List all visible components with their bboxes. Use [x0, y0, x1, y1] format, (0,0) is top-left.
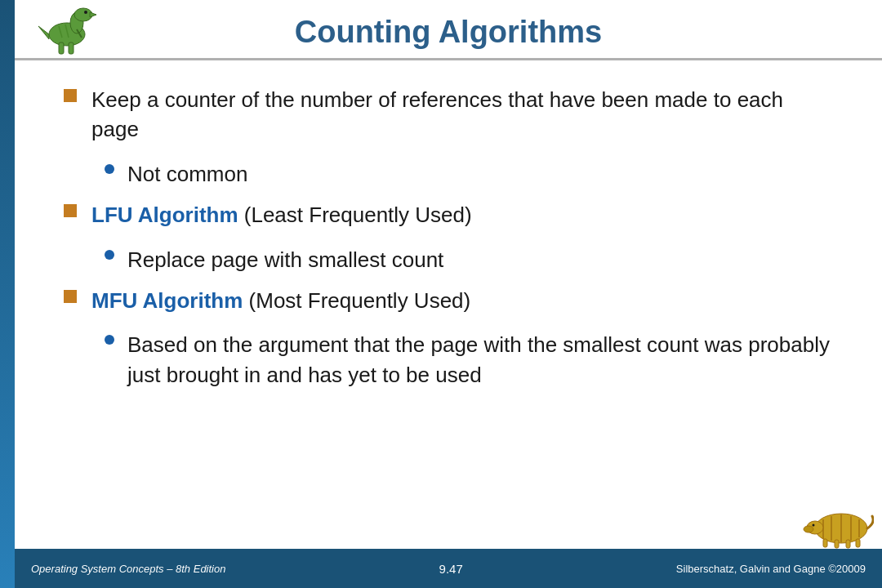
svg-point-4: [84, 11, 87, 14]
svg-rect-21: [835, 540, 839, 548]
bullet-3-highlight: MFU Algorithm: [91, 288, 243, 313]
header-dinosaur-icon: [34, 3, 100, 56]
sub-bullet-text-2-1: Replace page with smallest count: [127, 245, 443, 274]
svg-marker-3: [90, 12, 96, 17]
bullet-circle-1-1: [105, 164, 114, 174]
bullet-square-2: [64, 204, 77, 217]
sub-bullet-3-1: Based on the argument that the page with…: [105, 330, 833, 390]
slide-content: Keep a counter of the number of referenc…: [15, 60, 882, 588]
svg-point-19: [813, 524, 815, 527]
bullet-circle-2-1: [105, 250, 114, 260]
svg-rect-7: [69, 42, 74, 54]
sub-bullet-1-1: Not common: [105, 159, 833, 189]
bullet-item-1: Keep a counter of the number of referenc…: [64, 85, 833, 145]
bullet-square-3: [64, 290, 77, 303]
bullet-item-2: LFU Algorithm (Least Frequently Used): [64, 200, 833, 229]
bullet-square-1: [64, 89, 77, 102]
footer-edition: Operating System Concepts – 8th Edition: [31, 563, 225, 575]
left-accent-bar: [0, 0, 15, 588]
footer-dinosaur-icon: [800, 492, 874, 549]
svg-rect-20: [823, 539, 827, 547]
svg-point-18: [804, 526, 813, 532]
sub-bullet-2-1: Replace page with smallest count: [105, 245, 833, 274]
footer-page-number: 9.47: [439, 562, 463, 576]
bullet-2-highlight: LFU Algorithm: [91, 203, 238, 227]
sub-bullet-text-3-1: Based on the argument that the page with…: [127, 330, 833, 390]
svg-rect-22: [846, 540, 850, 548]
svg-rect-6: [59, 42, 64, 54]
slide-header: Counting Algorithms: [15, 0, 882, 60]
sub-bullet-text-1-1: Not common: [127, 159, 247, 189]
bullet-2-normal: (Least Frequently Used): [238, 203, 472, 227]
bullet-text-3: MFU Algorithm (Most Frequently Used): [91, 286, 470, 315]
footer-copyright: Silberschatz, Galvin and Gagne ©20009: [676, 563, 866, 575]
slide-title: Counting Algorithms: [295, 15, 602, 50]
svg-marker-5: [38, 26, 49, 39]
bullet-3-normal: (Most Frequently Used): [243, 288, 470, 313]
bullet-item-3: MFU Algorithm (Most Frequently Used): [64, 286, 833, 315]
slide: Counting Algorithms Keep a counter of th…: [0, 0, 882, 588]
slide-footer: Operating System Concepts – 8th Edition …: [15, 549, 882, 588]
svg-rect-23: [856, 539, 860, 547]
bullet-text-1: Keep a counter of the number of referenc…: [91, 85, 833, 145]
bullet-circle-3-1: [105, 335, 114, 345]
bullet-text-2: LFU Algorithm (Least Frequently Used): [91, 200, 472, 229]
